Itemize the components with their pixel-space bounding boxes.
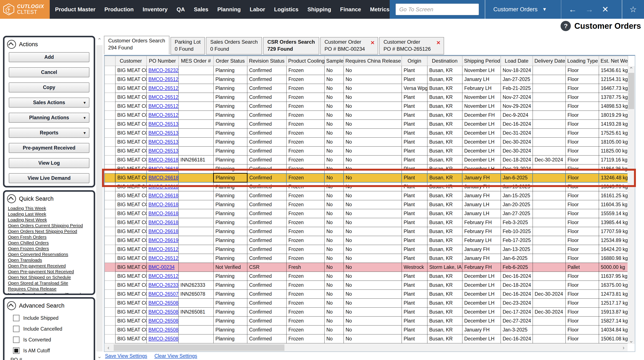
row-selector-cell[interactable] bbox=[104, 299, 115, 308]
table-row[interactable]: BIG MEAT COBMCO-266182PlanningConfirmedF… bbox=[104, 165, 628, 174]
nav-menu-item-production[interactable]: Production bbox=[104, 6, 134, 13]
table-row[interactable]: BIG MEAT COBMCO-265125PlanningConfirmedF… bbox=[104, 75, 628, 84]
nav-menu-item-sales[interactable]: Sales bbox=[194, 6, 208, 13]
po-number-link[interactable]: BMCO-265126 bbox=[148, 85, 178, 91]
pre-payment-received-button[interactable]: Pre-payment Received bbox=[9, 143, 90, 153]
table-row[interactable]: BIG MEAT COBMCO-265081INN265081PlanningC… bbox=[104, 308, 628, 317]
quick-search-link-open-fresh-orders[interactable]: Open Fresh Orders bbox=[8, 234, 94, 240]
tab-customer-orders-search-294-found[interactable]: Customer Orders Search294 Found bbox=[104, 36, 170, 54]
table-row[interactable]: BIG MEAT COBMCO-265080PlanningConfirmedF… bbox=[104, 299, 628, 308]
nav-menu-item-planning[interactable]: Planning bbox=[217, 6, 241, 13]
column-header-mes-order[interactable]: MES Order # bbox=[178, 56, 214, 66]
row-selector-cell[interactable] bbox=[104, 165, 115, 174]
row-selector-cell[interactable] bbox=[104, 263, 115, 272]
row-selector-cell[interactable] bbox=[104, 281, 115, 290]
quick-search-link-open-transloads[interactable]: Open Transloads bbox=[8, 257, 94, 263]
vertical-scrollbar[interactable]: ⌃ ⌄ bbox=[628, 66, 635, 344]
po-number-link[interactable]: BMCO-266182 bbox=[148, 166, 178, 172]
back-arrow-icon[interactable]: ← bbox=[568, 5, 576, 13]
row-selector-cell[interactable] bbox=[104, 147, 115, 156]
star-favorite-icon[interactable]: ☆ bbox=[630, 5, 637, 13]
tab-parking-lot-0-found[interactable]: Parking Lot0 Found bbox=[170, 37, 205, 54]
table-row[interactable]: BIG MEAT COBMCO-265130PlanningConfirmedF… bbox=[104, 120, 628, 129]
row-selector-cell[interactable] bbox=[104, 120, 115, 129]
row-selector-cell[interactable] bbox=[104, 272, 115, 281]
row-selector-cell[interactable] bbox=[104, 317, 115, 326]
row-selector-cell[interactable] bbox=[104, 182, 115, 191]
tab-close-icon[interactable]: ✕ bbox=[370, 39, 375, 46]
po-number-link[interactable]: BMCO-265083 bbox=[148, 327, 178, 333]
sidebar-scrollbar[interactable]: ⌃ ⌄ bbox=[96, 36, 103, 360]
po-number-link[interactable]: BMCO-266187 bbox=[148, 211, 178, 216]
table-row[interactable]: BIG MEAT COBMCO-265078INN265078PlanningC… bbox=[104, 290, 628, 299]
vertical-scrollbar-thumb[interactable] bbox=[628, 73, 634, 109]
row-selector-cell[interactable] bbox=[104, 102, 115, 111]
po-number-link[interactable]: BMCO-262333 bbox=[148, 282, 178, 288]
table-row[interactable]: BIG MEAT COBMCO-266189PlanningConfirmedF… bbox=[104, 227, 628, 236]
quick-search-link-open-pre-payment-not-received[interactable]: Open Pre-payment Not Received bbox=[8, 269, 94, 274]
column-header-product-cooling[interactable]: Product Cooling bbox=[286, 56, 324, 66]
quick-search-link-loading-next-week[interactable]: Loading Next Week bbox=[8, 217, 94, 223]
tab-close-icon[interactable]: ✕ bbox=[436, 39, 440, 46]
table-row[interactable]: BIG MEAT COBMCO-266184PlanningConfirmedF… bbox=[104, 182, 628, 191]
quick-search-link-loading-last-week[interactable]: Loading Last Week bbox=[8, 211, 94, 217]
table-row[interactable]: BIG MEAT COBMCO-266185PlanningConfirmedF… bbox=[104, 191, 628, 200]
column-header-revision-status[interactable]: Revision Status bbox=[247, 56, 286, 66]
po-number-link[interactable]: BMCO-266186 bbox=[148, 202, 178, 207]
table-row[interactable]: BIG MEAT COBMCO-265131PlanningConfirmedF… bbox=[104, 129, 628, 138]
checkbox-is-converted[interactable] bbox=[13, 337, 20, 343]
po-number-link[interactable]: BMCO-265081 bbox=[148, 309, 178, 315]
po-number-link[interactable]: BMCO-265128 bbox=[148, 103, 178, 109]
row-selector-cell[interactable] bbox=[104, 326, 115, 335]
nav-menu-item-qa[interactable]: QA bbox=[177, 6, 185, 13]
chevron-down-icon[interactable]: ⌄ bbox=[96, 353, 103, 360]
table-row[interactable]: BIG MEAT COBMCO-265082PlanningConfirmedF… bbox=[104, 317, 628, 326]
po-number-link[interactable]: BMCO-265123 bbox=[148, 255, 178, 261]
collapse-advanced-search-button[interactable] bbox=[7, 301, 16, 310]
table-row[interactable]: BIG MEAT COBMCO-265133PlanningConfirmedF… bbox=[104, 138, 628, 147]
row-selector-cell[interactable] bbox=[104, 66, 115, 75]
cancel-button[interactable]: Cancel bbox=[9, 67, 90, 77]
table-row[interactable]: BIG MEAT COBMCO-265121PlanningConfirmedF… bbox=[104, 272, 628, 281]
row-selector-cell[interactable] bbox=[104, 84, 115, 93]
po-number-link[interactable]: BMCO-265133 bbox=[148, 139, 178, 145]
column-header-requires-china-release[interactable]: Requires China Release bbox=[344, 56, 402, 66]
table-row[interactable]: BIG MEAT COBMCO-265084PlanningConfirmedF… bbox=[104, 335, 628, 343]
horizontal-scrollbar[interactable]: ‹ › bbox=[104, 344, 628, 352]
goto-screen-input[interactable] bbox=[396, 4, 479, 15]
table-row[interactable]: BIG MEAT COBMCO-266183PlanningConfirmedF… bbox=[104, 174, 628, 182]
column-header-load-date[interactable]: Load Date bbox=[500, 56, 532, 66]
quick-search-link-open-not-shipped-on-schedule[interactable]: Open Not Shipped on Schedule bbox=[8, 274, 94, 280]
po-number-link[interactable]: BMCO-265124 bbox=[148, 246, 178, 252]
quick-search-link-open-stored-at-transload-site[interactable]: Open Stored at Transload Site bbox=[8, 280, 94, 286]
po-number-link[interactable]: BMCO-266183 bbox=[148, 175, 178, 180]
tab-csr-orders-search-729-found[interactable]: CSR Orders Search729 Found bbox=[263, 37, 319, 54]
chevron-up-icon[interactable]: ⌃ bbox=[628, 66, 635, 73]
table-row[interactable]: BIG MEAT COBMCO-265129PlanningConfirmedF… bbox=[104, 111, 628, 120]
row-selector-cell[interactable] bbox=[104, 308, 115, 317]
quick-search-link-open-converted-reservations[interactable]: Open Converted Reservations bbox=[8, 251, 94, 257]
nav-menu-item-shipping[interactable]: Shipping bbox=[308, 6, 331, 13]
sales-actions-button[interactable]: Sales Actions▾ bbox=[9, 98, 90, 108]
row-selector-cell[interactable] bbox=[104, 236, 115, 245]
checkbox-include-shipped[interactable] bbox=[13, 315, 20, 321]
table-row[interactable]: BIG MEAT COBMCO-266190PlanningConfirmedF… bbox=[104, 236, 628, 245]
po-number-link[interactable]: BMCO-265125 bbox=[148, 76, 178, 82]
tab-customer-order-po-bmc-00234[interactable]: Customer OrderPO # BMC-00234✕ bbox=[320, 37, 378, 54]
quick-search-link-loading-this-week[interactable]: Loading This Week bbox=[8, 205, 94, 211]
row-selector-cell[interactable] bbox=[104, 209, 115, 218]
po-number-link[interactable]: BMCO-266189 bbox=[148, 229, 178, 234]
row-selector-cell[interactable] bbox=[104, 174, 115, 182]
po-number-link[interactable]: BMCO-265134 bbox=[148, 148, 178, 154]
quick-search-link-open-frozen-orders[interactable]: Open Frozen Orders bbox=[8, 246, 94, 251]
row-selector-cell[interactable] bbox=[104, 75, 115, 84]
column-header-destination[interactable]: Destination bbox=[427, 56, 462, 66]
quick-search-link-open-orders-next-shipping-period[interactable]: Open Orders Next Shipping Period bbox=[8, 228, 94, 234]
po-number-link[interactable]: BMCO-262327 bbox=[148, 67, 178, 73]
tab-sales-orders-search-0-found[interactable]: Sales Orders Search0 Found bbox=[206, 37, 262, 54]
quick-search-link-needs-docs-from-customer-frozen[interactable]: Needs Docs from Customer (Frozen) bbox=[8, 292, 94, 295]
po-number-link[interactable]: BMCO-266188 bbox=[148, 220, 178, 225]
clear-view-settings-link[interactable]: Clear View Settings bbox=[154, 353, 197, 359]
collapse-quick-search-button[interactable] bbox=[7, 194, 16, 203]
po-number-link[interactable]: BMCO-266185 bbox=[148, 193, 178, 198]
